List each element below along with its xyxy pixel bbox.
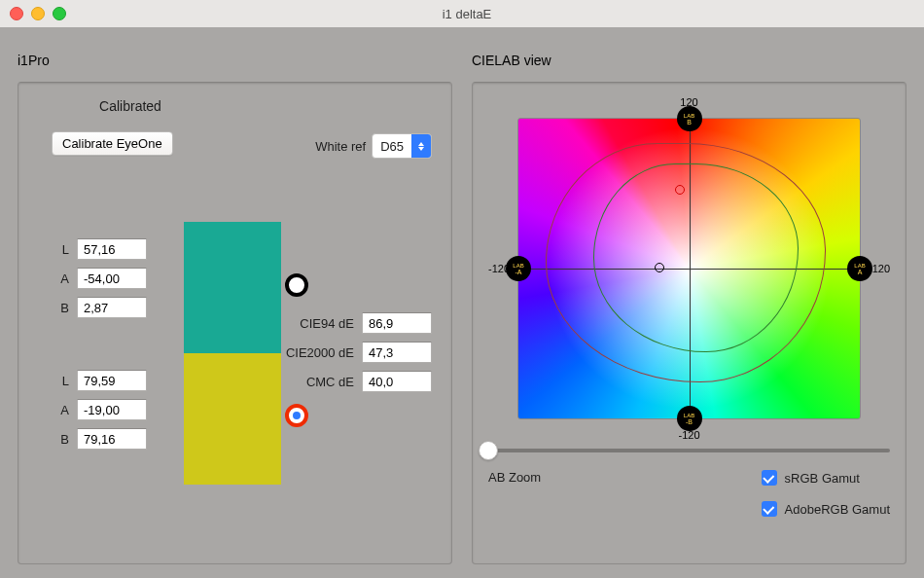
axis-badge-b-plus: LABB — [677, 106, 702, 131]
cmc-label: CMC dE — [306, 375, 354, 389]
a1-label: A — [55, 271, 69, 286]
l1-input[interactable] — [77, 238, 147, 260]
close-window-button[interactable] — [10, 7, 23, 20]
cielab-color-plane: LABB LAB-B LAB-A LABA — [517, 118, 861, 419]
cie94-output — [362, 312, 432, 334]
adobergb-gamut-label: AdobeRGB Gamut — [785, 502, 890, 517]
window-titlebar: i1 deltaE — [0, 0, 924, 28]
axis-bottom-tick: -120 — [678, 429, 699, 441]
axis-badge-b-minus: LAB-B — [677, 406, 702, 431]
zoom-window-button[interactable] — [53, 7, 66, 20]
axis-badge-a-plus: LABA — [847, 256, 872, 281]
color-swatches — [184, 222, 281, 485]
dropdown-arrows-icon — [411, 134, 431, 158]
a2-input[interactable] — [77, 399, 147, 420]
l2-label: L — [55, 374, 69, 388]
ab-zoom-thumb[interactable] — [479, 441, 498, 460]
a1-input[interactable] — [77, 268, 147, 289]
minimize-window-button[interactable] — [31, 7, 45, 20]
color2-marker-icon — [285, 404, 308, 427]
right-panel-title: CIELAB view — [472, 53, 906, 68]
b2-label: B — [55, 432, 69, 447]
cie2000-label: CIE2000 dE — [286, 345, 354, 360]
cielab-chart: LABB LAB-B LAB-A LABA 120 -120 -120 120 — [488, 98, 890, 439]
cmc-output — [362, 371, 432, 392]
b1-input[interactable] — [77, 297, 147, 318]
i1pro-pane: Calibrated Calibrate EyeOne White ref D6… — [18, 82, 452, 564]
ab-zoom-slider[interactable] — [488, 449, 890, 452]
window-controls — [10, 7, 66, 20]
color1-marker-icon — [285, 273, 308, 297]
window-title: i1 deltaE — [66, 7, 868, 21]
axis-left-tick: -120 — [488, 263, 510, 274]
adobergb-gamut-checkbox[interactable] — [762, 501, 777, 517]
cie94-label: CIE94 dE — [300, 316, 354, 331]
l2-input[interactable] — [77, 370, 147, 391]
color2-swatch — [184, 353, 281, 485]
axis-top-tick: 120 — [680, 96, 697, 108]
b1-label: B — [55, 301, 69, 315]
whiteref-select[interactable]: D65 — [372, 133, 432, 159]
calibration-status: Calibrated — [57, 98, 203, 114]
cie2000-output — [362, 342, 432, 363]
ab-zoom-label: AB Zoom — [488, 470, 762, 517]
l1-label: L — [55, 242, 69, 257]
color1-swatch — [184, 222, 281, 353]
srgb-gamut-checkbox[interactable] — [762, 470, 777, 486]
a2-label: A — [55, 403, 69, 417]
whiteref-label: White ref — [315, 139, 366, 154]
cielab-pane: LABB LAB-B LAB-A LABA 120 -120 -120 120 … — [472, 82, 906, 564]
axis-right-tick: 120 — [872, 263, 890, 274]
left-panel-title: i1Pro — [18, 53, 452, 68]
srgb-gamut-label: sRGB Gamut — [785, 471, 860, 486]
b2-input[interactable] — [77, 428, 147, 450]
whiteref-value: D65 — [373, 139, 411, 154]
calibrate-button[interactable]: Calibrate EyeOne — [52, 131, 173, 156]
